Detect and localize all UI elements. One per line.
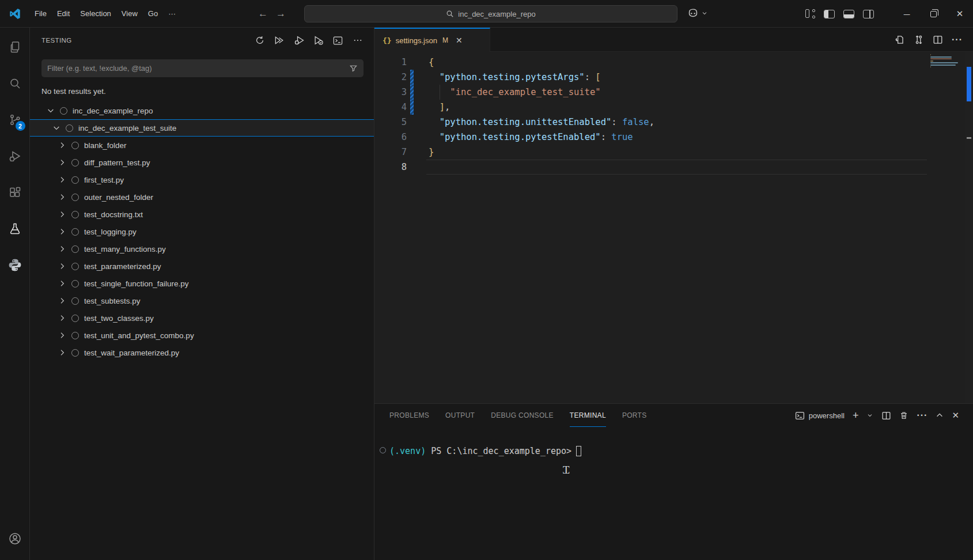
tab-close-icon[interactable]: ✕ <box>456 36 463 45</box>
customize-layout-icon[interactable] <box>805 9 815 18</box>
gutter-modified-indicator[interactable] <box>410 70 414 85</box>
test-tree-item-blank-folder[interactable]: blank_folder <box>30 137 374 154</box>
menu-edit[interactable]: Edit <box>52 7 75 20</box>
activitybar-item-account[interactable] <box>0 520 30 557</box>
test-tree-item-test-two-classes-py[interactable]: test_two_classes.py <box>30 309 374 327</box>
toggle-primary-sidebar-icon[interactable] <box>824 10 835 18</box>
filter-icon[interactable] <box>349 64 358 73</box>
menu-[interactable]: ··· <box>163 7 181 20</box>
refresh-icon[interactable] <box>253 35 266 47</box>
menu-go[interactable]: Go <box>143 7 163 20</box>
more-actions-icon[interactable]: ··· <box>917 410 927 421</box>
mouse-ibeam-cursor: Ɪ <box>563 463 570 476</box>
go-forward-icon[interactable]: → <box>276 8 286 20</box>
test-tree-item-test-wait-parameterized-py[interactable]: test_wait_parameterized.py <box>30 344 374 361</box>
tab-settings-json[interactable]: {} settings.json M ✕ <box>374 28 490 52</box>
terminal-session-label: powershell <box>809 411 845 420</box>
test-tree-item-test-many-functions-py[interactable]: test_many_functions.py <box>30 240 374 258</box>
activitybar-item-source-control[interactable]: 2 <box>0 101 30 138</box>
test-tree-item-test-single-function-failure-py[interactable]: test_single_function_failure.py <box>30 275 374 292</box>
launch-profile-chevron-icon[interactable] <box>866 412 873 419</box>
command-center-search[interactable]: inc_dec_example_repo <box>304 5 677 22</box>
title-bar: FileEditSelectionViewGo··· ← → inc_dec_e… <box>0 0 973 28</box>
test-filter-input[interactable]: Filter (e.g. text, !exclude, @tag) <box>41 59 364 77</box>
activitybar-item-explorer[interactable] <box>0 29 30 65</box>
split-editor-icon[interactable] <box>933 35 943 45</box>
menu-view[interactable]: View <box>116 7 143 20</box>
toggle-secondary-sidebar-icon[interactable] <box>863 10 874 18</box>
scrollbar[interactable] <box>965 52 973 403</box>
compare-changes-icon[interactable] <box>914 35 924 45</box>
open-changes-icon[interactable] <box>895 35 905 45</box>
test-tree-item-diff-pattern-test-py[interactable]: diff_pattern_test.py <box>30 154 374 171</box>
maximize-panel-icon[interactable] <box>936 411 944 419</box>
test-status-unrun-icon <box>60 107 67 115</box>
line-number: 8 <box>374 160 407 175</box>
test-tree-item-test-unit-and-pytest-combo-py[interactable]: test_unit_and_pytest_combo.py <box>30 327 374 344</box>
indent-guide <box>440 85 440 100</box>
terminal[interactable]: (.venv) PS C:\inc_dec_example_repo> <box>374 427 973 560</box>
toggle-panel-icon[interactable] <box>843 10 854 18</box>
close-panel-icon[interactable]: ✕ <box>952 410 959 421</box>
more-actions-icon[interactable] <box>351 35 364 47</box>
copilot-menu[interactable] <box>687 7 708 20</box>
code-text: ], <box>429 100 450 115</box>
panel-tab-problems[interactable]: PROBLEMS <box>389 404 429 427</box>
activitybar-item-testing[interactable] <box>0 210 30 247</box>
test-tree-item-first-test-py[interactable]: first_test.py <box>30 171 374 188</box>
prompt-text: PS C:\inc_dec_example_repo> <box>431 446 571 456</box>
close-icon[interactable]: ✕ <box>947 0 973 28</box>
test-status-unrun-icon <box>66 124 73 132</box>
run-all-icon[interactable] <box>273 35 285 47</box>
chevron-right-icon <box>58 141 67 150</box>
chevron-right-icon <box>58 192 67 202</box>
panel-tab-output[interactable]: OUTPUT <box>445 404 475 427</box>
kill-terminal-icon[interactable] <box>899 411 908 420</box>
code-line-5: 5 "python.testing.unittestEnabled": fals… <box>374 115 973 130</box>
code-line-1: 1{ <box>374 55 973 70</box>
test-tree-item-test-docstring-txt[interactable]: test_docstring.txt <box>30 206 374 223</box>
terminal-icon <box>795 411 805 421</box>
testing-sidebar: TESTING Filter (e.g. text, !exclude, @ta… <box>30 28 374 560</box>
filter-placeholder: Filter (e.g. text, !exclude, @tag) <box>47 64 349 73</box>
test-tree-item-outer-nested-folder[interactable]: outer_nested_folder <box>30 188 374 206</box>
line-number: 5 <box>374 115 407 130</box>
test-tree-item-inc-dec-example-test-suite[interactable]: inc_dec_example_test_suite <box>30 119 374 137</box>
test-item-label: test_subtests.py <box>84 297 141 305</box>
go-back-icon[interactable]: ← <box>258 8 268 20</box>
test-item-label: test_wait_parameterized.py <box>84 349 179 357</box>
activitybar-item-extensions[interactable] <box>0 174 30 210</box>
new-terminal-icon[interactable]: + <box>853 410 859 422</box>
terminal-session-item[interactable]: powershell <box>795 411 845 421</box>
more-actions-icon[interactable]: ··· <box>952 35 963 45</box>
panel-tab-debug-console[interactable]: DEBUG CONSOLE <box>491 404 554 427</box>
minimap[interactable] <box>927 52 965 403</box>
bottom-panel: PROBLEMSOUTPUTDEBUG CONSOLETERMINALPORTS… <box>374 403 973 560</box>
activitybar-item-run-and-debug[interactable] <box>0 138 30 174</box>
run-coverage-icon[interactable] <box>312 35 324 47</box>
panel-tab-ports[interactable]: PORTS <box>622 404 647 427</box>
panel-tabs: PROBLEMSOUTPUTDEBUG CONSOLETERMINALPORTS <box>389 404 647 427</box>
minimize-icon[interactable]: ─ <box>894 0 920 28</box>
restore-icon[interactable] <box>920 0 947 28</box>
python-icon <box>7 258 22 273</box>
menu-selection[interactable]: Selection <box>75 7 116 20</box>
scm-badge: 2 <box>16 121 25 131</box>
debug-icon <box>8 149 22 163</box>
test-tree-item-test-logging-py[interactable]: test_logging.py <box>30 223 374 240</box>
debug-all-icon[interactable] <box>293 35 305 47</box>
activitybar-item-python[interactable] <box>0 247 30 283</box>
panel-tab-terminal[interactable]: TERMINAL <box>570 404 606 427</box>
split-terminal-icon[interactable] <box>881 411 891 421</box>
test-tree-item-test-parameterized-py[interactable]: test_parameterized.py <box>30 258 374 275</box>
gutter-modified-indicator[interactable] <box>410 100 414 115</box>
line-number: 3 <box>374 85 407 100</box>
code-editor[interactable]: 1{2 "python.testing.pytestArgs": [3 "inc… <box>374 52 973 403</box>
test-tree-item-test-subtests-py[interactable]: test_subtests.py <box>30 292 374 309</box>
activitybar-item-search[interactable] <box>0 65 30 101</box>
chevron-down-icon <box>46 106 55 115</box>
test-tree-item-inc-dec-example-repo[interactable]: inc_dec_example_repo <box>30 102 374 119</box>
gutter-modified-indicator[interactable] <box>410 85 414 100</box>
open-terminal-icon[interactable] <box>332 35 344 47</box>
menu-file[interactable]: File <box>29 7 52 20</box>
